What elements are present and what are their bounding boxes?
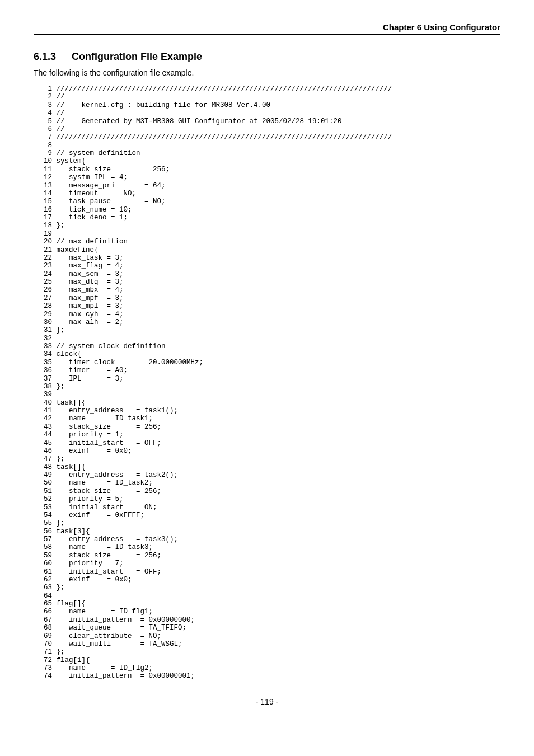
chapter-header: Chapter 6 Using Configurator [34, 22, 500, 35]
code-listing: 1 //////////////////////////////////////… [44, 85, 500, 680]
page-number: - 119 - [34, 697, 500, 706]
section-heading: 6.1.3Configuration File Example [34, 51, 500, 63]
section-title: Configuration File Example [72, 51, 202, 62]
section-number: 6.1.3 [34, 51, 56, 63]
intro-text: The following is the configuration file … [34, 68, 500, 77]
